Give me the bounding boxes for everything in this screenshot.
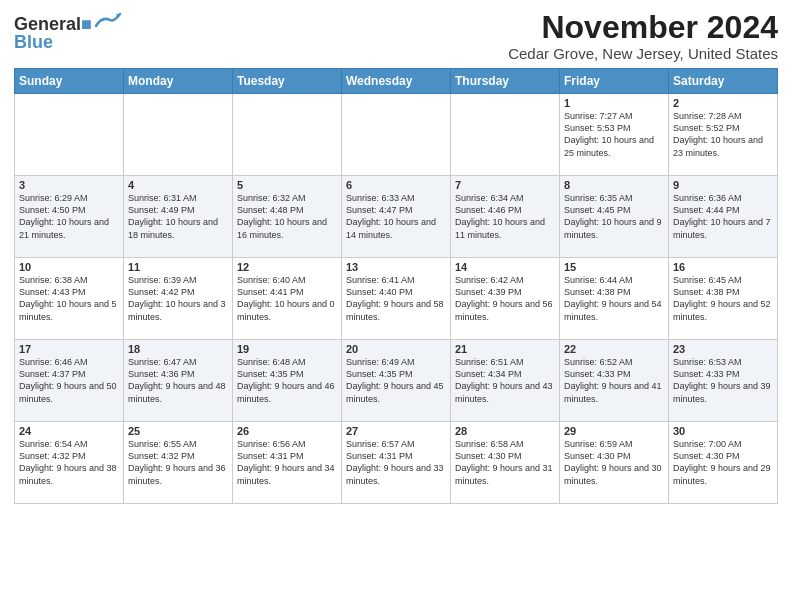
day-info: Sunrise: 6:34 AM Sunset: 4:46 PM Dayligh… bbox=[455, 192, 555, 241]
day-info: Sunrise: 6:41 AM Sunset: 4:40 PM Dayligh… bbox=[346, 274, 446, 323]
table-row: 18Sunrise: 6:47 AM Sunset: 4:36 PM Dayli… bbox=[124, 340, 233, 422]
table-row: 27Sunrise: 6:57 AM Sunset: 4:31 PM Dayli… bbox=[342, 422, 451, 504]
day-info: Sunrise: 7:00 AM Sunset: 4:30 PM Dayligh… bbox=[673, 438, 773, 487]
day-number: 14 bbox=[455, 261, 555, 273]
day-info: Sunrise: 6:40 AM Sunset: 4:41 PM Dayligh… bbox=[237, 274, 337, 323]
calendar-week-row: 10Sunrise: 6:38 AM Sunset: 4:43 PM Dayli… bbox=[15, 258, 778, 340]
table-row: 30Sunrise: 7:00 AM Sunset: 4:30 PM Dayli… bbox=[669, 422, 778, 504]
table-row: 7Sunrise: 6:34 AM Sunset: 4:46 PM Daylig… bbox=[451, 176, 560, 258]
day-number: 27 bbox=[346, 425, 446, 437]
day-number: 2 bbox=[673, 97, 773, 109]
table-row: 26Sunrise: 6:56 AM Sunset: 4:31 PM Dayli… bbox=[233, 422, 342, 504]
page-subtitle: Cedar Grove, New Jersey, United States bbox=[508, 45, 778, 62]
day-info: Sunrise: 7:27 AM Sunset: 5:53 PM Dayligh… bbox=[564, 110, 664, 159]
day-number: 5 bbox=[237, 179, 337, 191]
day-number: 26 bbox=[237, 425, 337, 437]
day-number: 6 bbox=[346, 179, 446, 191]
day-number: 11 bbox=[128, 261, 228, 273]
table-row: 4Sunrise: 6:31 AM Sunset: 4:49 PM Daylig… bbox=[124, 176, 233, 258]
table-row: 15Sunrise: 6:44 AM Sunset: 4:38 PM Dayli… bbox=[560, 258, 669, 340]
table-row: 8Sunrise: 6:35 AM Sunset: 4:45 PM Daylig… bbox=[560, 176, 669, 258]
table-row: 16Sunrise: 6:45 AM Sunset: 4:38 PM Dayli… bbox=[669, 258, 778, 340]
day-number: 1 bbox=[564, 97, 664, 109]
table-row: 6Sunrise: 6:33 AM Sunset: 4:47 PM Daylig… bbox=[342, 176, 451, 258]
col-tuesday: Tuesday bbox=[233, 69, 342, 94]
day-number: 15 bbox=[564, 261, 664, 273]
col-monday: Monday bbox=[124, 69, 233, 94]
day-info: Sunrise: 6:42 AM Sunset: 4:39 PM Dayligh… bbox=[455, 274, 555, 323]
day-info: Sunrise: 6:51 AM Sunset: 4:34 PM Dayligh… bbox=[455, 356, 555, 405]
day-number: 24 bbox=[19, 425, 119, 437]
day-info: Sunrise: 6:53 AM Sunset: 4:33 PM Dayligh… bbox=[673, 356, 773, 405]
day-info: Sunrise: 6:45 AM Sunset: 4:38 PM Dayligh… bbox=[673, 274, 773, 323]
col-thursday: Thursday bbox=[451, 69, 560, 94]
table-row: 25Sunrise: 6:55 AM Sunset: 4:32 PM Dayli… bbox=[124, 422, 233, 504]
day-number: 7 bbox=[455, 179, 555, 191]
col-sunday: Sunday bbox=[15, 69, 124, 94]
day-info: Sunrise: 6:55 AM Sunset: 4:32 PM Dayligh… bbox=[128, 438, 228, 487]
day-info: Sunrise: 6:48 AM Sunset: 4:35 PM Dayligh… bbox=[237, 356, 337, 405]
day-info: Sunrise: 6:39 AM Sunset: 4:42 PM Dayligh… bbox=[128, 274, 228, 323]
day-info: Sunrise: 6:36 AM Sunset: 4:44 PM Dayligh… bbox=[673, 192, 773, 241]
day-info: Sunrise: 6:46 AM Sunset: 4:37 PM Dayligh… bbox=[19, 356, 119, 405]
day-number: 10 bbox=[19, 261, 119, 273]
table-row: 29Sunrise: 6:59 AM Sunset: 4:30 PM Dayli… bbox=[560, 422, 669, 504]
day-info: Sunrise: 6:31 AM Sunset: 4:49 PM Dayligh… bbox=[128, 192, 228, 241]
table-row: 3Sunrise: 6:29 AM Sunset: 4:50 PM Daylig… bbox=[15, 176, 124, 258]
col-wednesday: Wednesday bbox=[342, 69, 451, 94]
day-info: Sunrise: 7:28 AM Sunset: 5:52 PM Dayligh… bbox=[673, 110, 773, 159]
day-info: Sunrise: 6:35 AM Sunset: 4:45 PM Dayligh… bbox=[564, 192, 664, 241]
day-info: Sunrise: 6:47 AM Sunset: 4:36 PM Dayligh… bbox=[128, 356, 228, 405]
day-info: Sunrise: 6:58 AM Sunset: 4:30 PM Dayligh… bbox=[455, 438, 555, 487]
table-row: 23Sunrise: 6:53 AM Sunset: 4:33 PM Dayli… bbox=[669, 340, 778, 422]
table-row bbox=[233, 94, 342, 176]
table-row: 12Sunrise: 6:40 AM Sunset: 4:41 PM Dayli… bbox=[233, 258, 342, 340]
day-number: 21 bbox=[455, 343, 555, 355]
table-row: 11Sunrise: 6:39 AM Sunset: 4:42 PM Dayli… bbox=[124, 258, 233, 340]
calendar-week-row: 17Sunrise: 6:46 AM Sunset: 4:37 PM Dayli… bbox=[15, 340, 778, 422]
table-row bbox=[342, 94, 451, 176]
day-number: 12 bbox=[237, 261, 337, 273]
table-row: 14Sunrise: 6:42 AM Sunset: 4:39 PM Dayli… bbox=[451, 258, 560, 340]
logo-bird-icon bbox=[94, 12, 122, 30]
day-number: 28 bbox=[455, 425, 555, 437]
table-row: 5Sunrise: 6:32 AM Sunset: 4:48 PM Daylig… bbox=[233, 176, 342, 258]
logo: General■ Blue bbox=[14, 14, 122, 53]
calendar-header-row: Sunday Monday Tuesday Wednesday Thursday… bbox=[15, 69, 778, 94]
day-info: Sunrise: 6:57 AM Sunset: 4:31 PM Dayligh… bbox=[346, 438, 446, 487]
day-number: 19 bbox=[237, 343, 337, 355]
header: General■ Blue November 2024 Cedar Grove,… bbox=[14, 10, 778, 62]
day-number: 23 bbox=[673, 343, 773, 355]
day-number: 30 bbox=[673, 425, 773, 437]
day-number: 3 bbox=[19, 179, 119, 191]
page-container: General■ Blue November 2024 Cedar Grove,… bbox=[0, 0, 792, 512]
day-info: Sunrise: 6:32 AM Sunset: 4:48 PM Dayligh… bbox=[237, 192, 337, 241]
table-row: 13Sunrise: 6:41 AM Sunset: 4:40 PM Dayli… bbox=[342, 258, 451, 340]
day-info: Sunrise: 6:44 AM Sunset: 4:38 PM Dayligh… bbox=[564, 274, 664, 323]
table-row: 2Sunrise: 7:28 AM Sunset: 5:52 PM Daylig… bbox=[669, 94, 778, 176]
title-block: November 2024 Cedar Grove, New Jersey, U… bbox=[508, 10, 778, 62]
day-info: Sunrise: 6:38 AM Sunset: 4:43 PM Dayligh… bbox=[19, 274, 119, 323]
table-row: 10Sunrise: 6:38 AM Sunset: 4:43 PM Dayli… bbox=[15, 258, 124, 340]
calendar-week-row: 3Sunrise: 6:29 AM Sunset: 4:50 PM Daylig… bbox=[15, 176, 778, 258]
calendar-table: Sunday Monday Tuesday Wednesday Thursday… bbox=[14, 68, 778, 504]
day-number: 25 bbox=[128, 425, 228, 437]
day-number: 20 bbox=[346, 343, 446, 355]
day-number: 17 bbox=[19, 343, 119, 355]
day-info: Sunrise: 6:49 AM Sunset: 4:35 PM Dayligh… bbox=[346, 356, 446, 405]
table-row: 19Sunrise: 6:48 AM Sunset: 4:35 PM Dayli… bbox=[233, 340, 342, 422]
day-number: 22 bbox=[564, 343, 664, 355]
day-number: 4 bbox=[128, 179, 228, 191]
calendar-week-row: 1Sunrise: 7:27 AM Sunset: 5:53 PM Daylig… bbox=[15, 94, 778, 176]
col-saturday: Saturday bbox=[669, 69, 778, 94]
col-friday: Friday bbox=[560, 69, 669, 94]
day-number: 13 bbox=[346, 261, 446, 273]
table-row: 21Sunrise: 6:51 AM Sunset: 4:34 PM Dayli… bbox=[451, 340, 560, 422]
table-row: 22Sunrise: 6:52 AM Sunset: 4:33 PM Dayli… bbox=[560, 340, 669, 422]
calendar-week-row: 24Sunrise: 6:54 AM Sunset: 4:32 PM Dayli… bbox=[15, 422, 778, 504]
table-row: 17Sunrise: 6:46 AM Sunset: 4:37 PM Dayli… bbox=[15, 340, 124, 422]
table-row bbox=[451, 94, 560, 176]
day-number: 16 bbox=[673, 261, 773, 273]
day-number: 8 bbox=[564, 179, 664, 191]
day-info: Sunrise: 6:52 AM Sunset: 4:33 PM Dayligh… bbox=[564, 356, 664, 405]
